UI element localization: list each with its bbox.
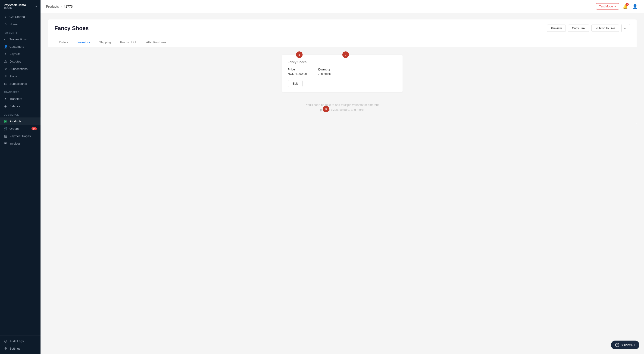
orders-icon: 🛒 <box>4 127 8 130</box>
price-label: Price <box>288 68 307 71</box>
quantity-value: 7 in stock <box>318 72 331 76</box>
notifications-button[interactable]: 🔔 9 <box>622 3 629 10</box>
support-icon: ? <box>615 343 619 347</box>
more-options-button[interactable]: ⋯ <box>621 24 630 32</box>
sidebar-item-invoices[interactable]: ✉ Invoices <box>0 140 40 147</box>
notifications-badge: 9 <box>626 3 629 6</box>
sidebar-item-label: Transfers <box>10 97 22 101</box>
sidebar-item-orders[interactable]: 🛒 Orders 14 <box>0 125 40 132</box>
test-mode-button[interactable]: Test Mode ▾ <box>596 3 619 10</box>
topbar-right: Test Mode ▾ 🔔 9 👤 <box>596 3 638 10</box>
quantity-label: Quantity <box>318 68 331 71</box>
sidebar-item-label: Disputes <box>10 60 21 63</box>
inventory-container: 1 2 3 Fancy Shoes Price NG <box>282 55 402 117</box>
step-3-indicator: 3 <box>323 106 329 112</box>
products-icon: ▣ <box>4 119 8 123</box>
copy-link-button[interactable]: Copy Link <box>568 25 589 32</box>
sidebar-header[interactable]: Paystack Demo 168737 ▾ <box>0 0 40 13</box>
preview-button[interactable]: Preview <box>547 25 566 32</box>
company-id: 168737 <box>4 7 26 10</box>
breadcrumb: Products › 41776 <box>46 5 73 8</box>
payments-section-label: Payments <box>0 28 40 36</box>
sidebar-item-label: Products <box>10 120 21 123</box>
sidebar-item-balance[interactable]: ◈ Balance <box>0 102 40 110</box>
inventory-card: Fancy Shoes Price NGN 4,000.00 Quantity … <box>282 55 402 92</box>
customers-icon: 👤 <box>4 45 8 49</box>
payouts-icon: ↑ <box>4 52 8 56</box>
support-label: SUPPORT <box>620 343 635 347</box>
sidebar-item-label: Invoices <box>10 142 20 145</box>
inventory-area: 1 2 3 Fancy Shoes Price NG <box>48 47 636 124</box>
disputes-icon: ⚠ <box>4 60 8 63</box>
sidebar-item-disputes[interactable]: ⚠ Disputes <box>0 58 40 65</box>
publish-button[interactable]: Publish to Live <box>592 25 619 32</box>
settings-icon: ⚙ <box>4 346 8 350</box>
breadcrumb-separator: › <box>61 5 62 8</box>
sidebar-item-label: Settings <box>10 347 20 350</box>
tab-inventory[interactable]: Inventory <box>73 38 94 47</box>
inventory-product-name: Fancy Shoes <box>288 60 397 64</box>
page-content: Fancy Shoes Preview Copy Link Publish to… <box>40 13 644 354</box>
page-wrapper: Fancy Shoes Preview Copy Link Publish to… <box>48 20 636 124</box>
sidebar-item-home[interactable]: ⌂ Home <box>0 20 40 28</box>
sidebar-item-payouts[interactable]: ↑ Payouts <box>0 50 40 58</box>
test-mode-chevron-icon: ▾ <box>614 5 616 8</box>
sidebar-item-label: Payouts <box>10 52 20 56</box>
topbar: Products › 41776 Test Mode ▾ 🔔 9 👤 <box>40 0 644 13</box>
sidebar-item-plans[interactable]: ≡ Plans <box>0 73 40 80</box>
tab-shipping[interactable]: Shipping <box>94 38 116 47</box>
inventory-row: Price NGN 4,000.00 Quantity 7 in stock <box>288 68 397 76</box>
step-2-indicator: 2 <box>342 52 349 58</box>
transactions-icon: ▭ <box>4 37 8 41</box>
sidebar-item-label: Transactions <box>10 38 26 41</box>
sidebar-item-audit-logs[interactable]: ◎ Audit Logs <box>0 337 40 345</box>
sidebar-item-label: Subaccounts <box>10 82 27 86</box>
tab-after-purchase[interactable]: After Purchase <box>142 38 170 47</box>
product-actions: Preview Copy Link Publish to Live ⋯ <box>547 24 630 32</box>
sidebar-item-label: Customers <box>10 45 24 49</box>
subaccounts-icon: ▤ <box>4 82 8 86</box>
sidebar-item-subaccounts[interactable]: ▤ Subaccounts <box>0 80 40 87</box>
account-icon: 👤 <box>632 4 638 9</box>
sidebar-item-label: Balance <box>10 105 20 108</box>
home-icon: ⌂ <box>4 22 8 26</box>
breadcrumb-parent[interactable]: Products <box>46 5 59 8</box>
subscriptions-icon: ↻ <box>4 67 8 71</box>
sidebar: Paystack Demo 168737 ▾ ○ Get Started ⌂ H… <box>0 0 40 354</box>
sidebar-item-label: Orders <box>10 127 19 130</box>
sidebar-item-label: Audit Logs <box>10 339 24 343</box>
sidebar-item-label: Subscriptions <box>10 67 28 71</box>
tab-product-link[interactable]: Product Link <box>116 38 142 47</box>
tab-orders[interactable]: Orders <box>54 38 73 47</box>
quantity-field: Quantity 7 in stock <box>318 68 331 76</box>
sidebar-item-products[interactable]: ▣ Products <box>0 118 40 125</box>
step-1-indicator: 1 <box>296 52 302 58</box>
sidebar-nav-top: ○ Get Started ⌂ Home <box>0 13 40 28</box>
company-name: Paystack Demo <box>4 3 26 7</box>
sidebar-item-subscriptions[interactable]: ↻ Subscriptions <box>0 65 40 73</box>
sidebar-item-get-started[interactable]: ○ Get Started <box>0 13 40 20</box>
sidebar-item-settings[interactable]: ⚙ Settings <box>0 345 40 352</box>
orders-badge: 14 <box>32 127 37 130</box>
sidebar-item-payment-pages[interactable]: ▤ Payment Pages <box>0 132 40 140</box>
get-started-icon: ○ <box>4 15 8 19</box>
sidebar-item-transactions[interactable]: ▭ Transactions <box>0 36 40 43</box>
edit-button[interactable]: Edit <box>288 80 302 87</box>
transfers-icon: ➤ <box>4 97 8 101</box>
sidebar-bottom: ◎ Audit Logs ⚙ Settings <box>0 335 40 354</box>
payment-pages-icon: ▤ <box>4 134 8 138</box>
price-field: Price NGN 4,000.00 <box>288 68 307 76</box>
sidebar-item-label: Payment Pages <box>10 134 31 138</box>
test-mode-label: Test Mode <box>599 5 613 8</box>
chevron-down-icon: ▾ <box>36 5 37 8</box>
product-header: Fancy Shoes Preview Copy Link Publish to… <box>48 20 636 32</box>
main-content: Products › 41776 Test Mode ▾ 🔔 9 👤 Fancy… <box>40 0 644 354</box>
support-button[interactable]: ? SUPPORT <box>611 340 639 349</box>
sidebar-item-label: Home <box>10 23 18 26</box>
account-button[interactable]: 👤 <box>632 3 638 10</box>
page-title: Fancy Shoes <box>54 25 89 32</box>
audit-logs-icon: ◎ <box>4 339 8 343</box>
tabs: Orders Inventory Shipping Product Link A… <box>48 38 636 47</box>
sidebar-item-transfers[interactable]: ➤ Transfers <box>0 95 40 102</box>
sidebar-item-customers[interactable]: 👤 Customers <box>0 43 40 50</box>
